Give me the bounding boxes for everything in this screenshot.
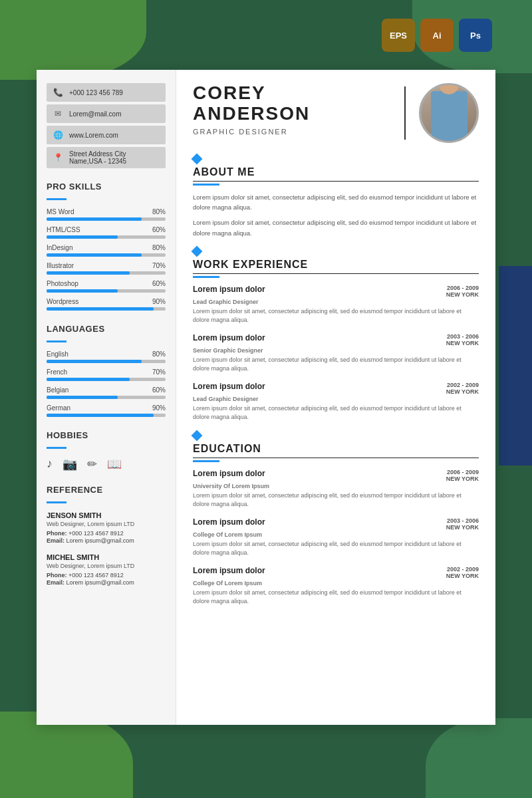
lang-name: English [47,350,68,358]
photo-placeholder [421,85,477,141]
work-item: Lorem ipsum dolor 2006 - 2009 NEW YORK L… [193,285,479,325]
bg-decoration-mid-right [499,266,532,466]
lang-percent: 80% [152,350,166,358]
bg-decoration-bottom-right [426,718,532,798]
hobbies-title: HOBBIES [47,430,166,440]
exp-date: 2006 - 2009 [446,285,479,291]
exp-location: NEW YORK [446,291,479,298]
work-bar [193,276,219,278]
edu-role: College Of Lorem Ipsum [193,531,479,538]
skill-name: Wordpress [47,298,78,305]
about-paragraph: Lorem ipsum dolor sit amet, consectetur … [193,192,479,212]
ref-name: MICHEL SMITH [47,553,166,561]
skill-bar-fill [47,271,130,275]
hobbies-divider [47,447,66,449]
pro-skills-title: PRO SKILLS [47,182,166,192]
exp-location: NEW YORK [446,340,479,346]
sidebar: 📞 +000 123 456 789 ✉ Lorem@mail.com 🌐 ww… [37,70,176,725]
last-name: ANDERSON [193,103,310,124]
hobbies-icons: ♪ 📷 ✏ 📖 [47,457,166,471]
skill-item: Wordpress 90% [47,298,166,311]
edu-item: Lorem ipsum dolor 2002 - 2009 NEW YORK C… [193,566,479,606]
location-icon: 📍 [52,152,64,164]
skill-bar-fill [47,307,154,311]
ai-badge: Ai [420,19,454,52]
diamond-edu-icon [192,430,203,441]
exp-location: NEW YORK [446,388,479,395]
languages-list: English 80% French 70% Belgian 60% Germa… [47,350,166,417]
first-name: COREY [193,82,266,103]
header-name: COREY ANDERSON [193,83,391,124]
skill-name: MS Word [47,208,74,215]
pro-skills-divider [47,198,66,200]
edu-desc: Lorem ipsum dolor sit amet, consectetur … [193,589,479,606]
reference-person: MICHEL SMITH Web Designer, Lorem ipsum L… [47,553,166,586]
reference-divider [47,501,66,503]
exp-date: 2003 - 2006 [446,333,479,340]
section-divider-edu [193,432,479,440]
skill-bar-fill [47,217,142,221]
ref-phone: Phone: +000 123 4567 8912 [47,530,166,537]
skill-name: HTML/CSS [47,226,80,233]
edu-role: College Of Lorem Ipsum [193,580,479,587]
lang-bar-bg [47,414,166,417]
eps-badge: EPS [382,19,415,52]
skill-name: Illustrator [47,262,74,269]
ref-email: Email: Lorem ipsum@gmail.com [47,579,166,586]
edu-title-text: Lorem ipsum dolor [193,566,265,575]
edu-desc: Lorem ipsum dolor sit amet, consectetur … [193,491,479,509]
reference-person: JENSON SMITH Web Designer, Lorem ipsum L… [47,511,166,544]
skill-percent: 70% [152,262,166,269]
header-divider [404,86,406,140]
phone-text: +000 123 456 789 [69,89,123,96]
hobby-music-icon: ♪ [47,457,53,471]
phone-icon: 📞 [52,86,64,98]
work-section: WORK EXPERIENCE Lorem ipsum dolor 2006 -… [193,259,479,422]
work-item: Lorem ipsum dolor 2003 - 2006 NEW YORK S… [193,333,479,374]
exp-title: Lorem ipsum dolor [193,333,265,342]
hobby-pencil-icon: ✏ [87,457,97,471]
hobbies-block: HOBBIES ♪ 📷 ✏ 📖 [47,430,166,471]
language-item: English 80% [47,350,166,363]
exp-role: Lead Graphic Designer [193,396,479,402]
header-job-title: GRAPHIC DESIGNER [193,128,391,136]
edu-title-text: Lorem ipsum dolor [193,517,265,527]
reference-block: REFERENCE JENSON SMITH Web Designer, Lor… [47,485,166,586]
ref-role: Web Designer, Lorem ipsum LTD [47,563,166,569]
contact-phone: 📞 +000 123 456 789 [47,83,166,102]
work-title: WORK EXPERIENCE [193,259,479,274]
edu-title: EDUCATION [193,443,479,458]
reference-title: REFERENCE [47,485,166,495]
skill-item: Photoshop 60% [47,280,166,293]
about-bar [193,184,219,186]
skill-percent: 60% [152,226,166,233]
email-text: Lorem@mail.com [69,110,122,118]
lang-bar-fill [47,360,142,363]
pro-skills-block: PRO SKILLS MS Word 80% HTML/CSS 60% InDe… [47,182,166,311]
edu-title-text: Lorem ipsum dolor [193,469,265,478]
exp-date: 2002 - 2009 [446,382,479,388]
edu-role: University Of Lorem Ipsum [193,483,479,489]
section-divider-about [193,155,479,163]
skill-bar-bg [47,217,166,221]
globe-icon: 🌐 [52,129,64,141]
skill-percent: 90% [152,298,166,305]
skill-name: Photoshop [47,280,78,287]
lang-percent: 90% [152,404,166,412]
skill-bar-bg [47,271,166,275]
exp-title: Lorem ipsum dolor [193,285,265,294]
skill-percent: 80% [152,208,166,215]
language-item: German 90% [47,404,166,417]
languages-block: LANGUAGES English 80% French 70% Belgian… [47,324,166,417]
languages-title: LANGUAGES [47,324,166,334]
skill-bar-bg [47,289,166,293]
contact-email: ✉ Lorem@mail.com [47,104,166,123]
about-section: ABOUT ME Lorem ipsum dolor sit amet, con… [193,166,479,238]
skill-bar-fill [47,235,118,239]
lang-bar-fill [47,414,154,417]
skill-bar-bg [47,235,166,239]
exp-title: Lorem ipsum dolor [193,382,265,391]
work-item: Lorem ipsum dolor 2002 - 2009 NEW YORK L… [193,382,479,422]
skill-percent: 60% [152,280,166,287]
lang-bar-fill [47,378,130,381]
